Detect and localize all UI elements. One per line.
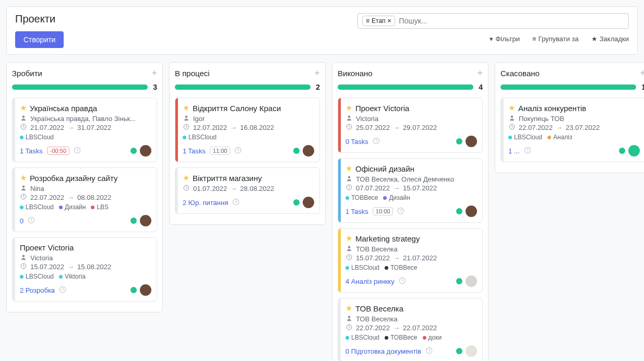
avatar[interactable] (466, 345, 477, 357)
star-icon[interactable]: ★ (508, 103, 515, 113)
activity-icon[interactable] (28, 216, 35, 225)
tag[interactable]: LBS (91, 203, 109, 211)
tag[interactable]: LBSCloud (20, 273, 54, 280)
activity-icon[interactable] (399, 277, 406, 286)
star-icon[interactable]: ★ (345, 103, 352, 113)
status-dot[interactable] (293, 148, 300, 154)
tag-label: Аналіз (553, 134, 572, 141)
add-card-button[interactable]: + (640, 68, 644, 79)
activity-icon[interactable] (59, 286, 66, 295)
card-task-link[interactable]: 0 (20, 217, 23, 225)
status-dot[interactable] (130, 287, 137, 293)
tag-dot (91, 206, 94, 209)
tag-label: LBSCloud (351, 334, 379, 341)
filters-label: Фільтри (495, 35, 520, 43)
add-card-button[interactable]: + (477, 68, 483, 79)
tag[interactable]: LBSCloud (20, 134, 54, 141)
user-icon (20, 254, 27, 262)
activity-icon[interactable] (232, 198, 240, 207)
kanban-card[interactable]: ★Офісний дизайн ТОВ Веселка, Олеся Демче… (338, 158, 483, 223)
card-task-link[interactable]: 1 Tasks (183, 147, 206, 155)
filters-button[interactable]: ▾ Фільтри (490, 35, 520, 43)
card-task-link[interactable]: 4 Аналіз ринкку (345, 278, 395, 285)
avatar[interactable] (140, 215, 151, 226)
avatar[interactable] (466, 206, 477, 217)
card-task-link[interactable]: 0 Підготовка документів (345, 347, 421, 355)
status-dot[interactable] (456, 208, 462, 214)
avatar[interactable] (466, 275, 477, 287)
avatar[interactable] (140, 284, 151, 296)
status-dot[interactable] (130, 148, 137, 154)
card-task-link[interactable]: 1 ... (508, 147, 520, 155)
add-card-button[interactable]: + (151, 68, 157, 79)
search-bar[interactable]: ≡ Етап × (357, 13, 629, 29)
status-dot[interactable] (456, 138, 462, 145)
tag[interactable]: LBSCloud (183, 134, 217, 141)
card-title: Проект Victoria (20, 243, 74, 252)
tag-label: ТОВВесе (390, 264, 417, 271)
status-dot[interactable] (130, 218, 137, 224)
tag[interactable]: LBSCloud (508, 134, 542, 141)
create-button[interactable]: Створити (15, 31, 64, 48)
card-task-link[interactable]: 1 Tasks (20, 147, 43, 155)
avatar[interactable] (140, 145, 151, 157)
status-dot[interactable] (293, 199, 300, 206)
activity-icon[interactable] (373, 137, 380, 146)
card-title: Офісний дизайн (355, 164, 414, 173)
groupby-button[interactable]: ≡ Групувати за (532, 35, 579, 43)
activity-icon[interactable] (397, 207, 404, 216)
star-icon[interactable]: ★ (345, 234, 352, 243)
star-icon[interactable]: ★ (20, 173, 27, 183)
search-input[interactable] (399, 17, 624, 25)
time-badge: 11:00 (210, 147, 231, 155)
tag[interactable]: ТОВВесе (385, 334, 417, 341)
card-task-link[interactable]: 1 Tasks (345, 208, 368, 215)
status-dot[interactable] (456, 348, 462, 354)
tag[interactable]: Дизайн (383, 194, 410, 201)
avatar[interactable] (466, 136, 477, 147)
tag[interactable]: LBSCloud (345, 264, 379, 271)
star-icon[interactable]: ★ (183, 173, 189, 183)
kanban-card[interactable]: ★Marketing strategy ТОВ Веселка 15.07.20… (338, 228, 483, 293)
tag[interactable]: Аналіз (547, 134, 572, 141)
avatar[interactable] (303, 197, 314, 208)
tag[interactable]: Viktoria (59, 273, 86, 280)
card-task-link[interactable]: 0 Tasks (345, 138, 368, 146)
activity-icon[interactable] (234, 147, 242, 155)
kanban-card[interactable]: ★Українська правда Українська правда, Па… (12, 98, 157, 162)
kanban-card[interactable]: ★Розробка дизайну сайту Nina 22.07.2022 … (12, 167, 157, 232)
kanban-card[interactable]: Проект Victoria Victoria 15.07.2022 → 15… (12, 237, 157, 302)
card-task-link[interactable]: 2 Розробка (20, 286, 55, 294)
tag[interactable]: Дизайн (59, 203, 86, 211)
column-title: Скасовано (500, 69, 540, 78)
arrow-right-icon: → (393, 254, 400, 262)
activity-icon[interactable] (524, 147, 531, 155)
status-dot[interactable] (456, 278, 462, 284)
tag[interactable]: доки (423, 334, 442, 341)
kanban-card[interactable]: ★Віктриття магазину 01.07.2022 → 28.08.2… (175, 167, 320, 214)
kanban-card[interactable]: ★Відкриття Салону Краси Igor 12.07.2022 … (175, 98, 320, 162)
tag[interactable]: ТОВВесе (345, 194, 378, 201)
avatar[interactable] (303, 145, 314, 157)
avatar[interactable] (628, 145, 640, 157)
close-icon[interactable]: × (388, 17, 391, 25)
add-card-button[interactable]: + (314, 68, 320, 79)
tag[interactable]: LBSCloud (20, 203, 54, 211)
star-icon[interactable]: ★ (183, 103, 189, 113)
filter-chip-stage[interactable]: ≡ Етап × (362, 16, 395, 26)
card-task-link[interactable]: 2 Юр. питання (183, 199, 228, 207)
tag[interactable]: LBSCloud (345, 334, 379, 341)
activity-icon[interactable] (74, 147, 81, 155)
star-icon[interactable]: ★ (345, 164, 352, 173)
kanban-card[interactable]: ★ТОВ Веселка ТОВ Веселка 22.07.2022 → 22… (338, 298, 483, 361)
kanban-card[interactable]: ★Аналіз конкурентів Покупець ТОВ 22.07.2… (500, 98, 644, 162)
card-date-start: 21.07.2022 (30, 124, 64, 131)
kanban-card[interactable]: ★Проект Victoria Victoria 25.07.2022 → 2… (338, 98, 483, 153)
star-icon[interactable]: ★ (20, 103, 27, 113)
favorites-button[interactable]: ★ Закладки (591, 35, 629, 43)
tag[interactable]: ТОВВесе (385, 264, 417, 271)
clock-icon (183, 124, 190, 131)
activity-icon[interactable] (425, 347, 433, 356)
star-icon[interactable]: ★ (345, 304, 352, 313)
status-dot[interactable] (619, 148, 625, 154)
